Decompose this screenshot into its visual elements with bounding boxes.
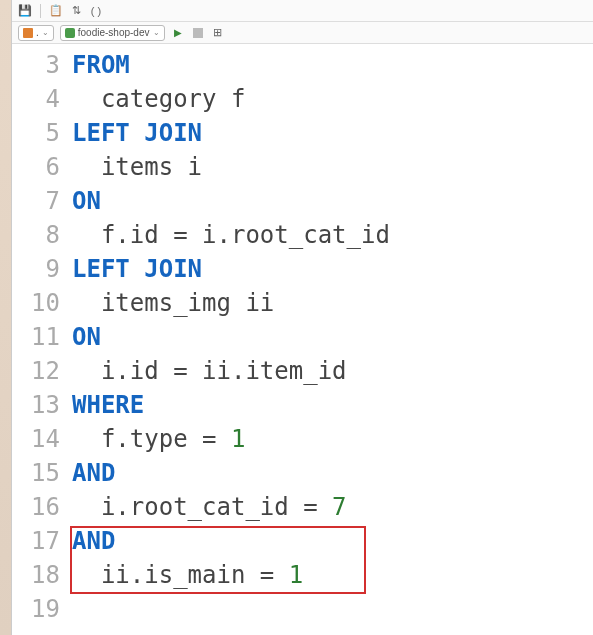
schema-dropdown[interactable]: . ⌄ (18, 25, 54, 41)
line-number: 19 (12, 592, 60, 626)
copy-icon[interactable]: 📋 (49, 4, 63, 18)
toolbar-separator (40, 4, 41, 18)
line-number: 18 (12, 558, 60, 592)
code-line[interactable]: items i (70, 150, 593, 184)
sql-keyword: LEFT JOIN (72, 255, 202, 283)
database-label: foodie-shop-dev (78, 27, 150, 38)
sql-number: 1 (231, 425, 245, 453)
sql-keyword: AND (72, 527, 115, 555)
schema-icon (23, 28, 33, 38)
code-line[interactable]: FROM (70, 48, 593, 82)
code-line[interactable]: i.id = ii.item_id (70, 354, 593, 388)
code-area[interactable]: FROM category fLEFT JOIN items iON f.id … (70, 48, 593, 635)
sql-keyword: ON (72, 323, 101, 351)
line-number: 13 (12, 388, 60, 422)
code-line[interactable]: AND (70, 456, 593, 490)
chevron-down-icon: ⌄ (42, 28, 49, 37)
code-line[interactable]: ON (70, 184, 593, 218)
structure-icon[interactable]: ⇅ (69, 4, 83, 18)
line-number-gutter: 345678910111213141516171819 (12, 48, 70, 635)
line-number: 4 (12, 82, 60, 116)
sql-keyword: FROM (72, 51, 130, 79)
app-container: 💾 📋 ⇅ ( ) . ⌄ foodie-shop-dev ⌄ ▶ ⊞ 3456… (0, 0, 593, 635)
main-panel: 💾 📋 ⇅ ( ) . ⌄ foodie-shop-dev ⌄ ▶ ⊞ 3456… (12, 0, 593, 635)
code-line[interactable]: ON (70, 320, 593, 354)
code-line[interactable]: LEFT JOIN (70, 252, 593, 286)
sql-text: category f (72, 85, 245, 113)
line-number: 16 (12, 490, 60, 524)
database-dropdown[interactable]: foodie-shop-dev ⌄ (60, 25, 165, 41)
code-line[interactable]: items_img ii (70, 286, 593, 320)
line-number: 14 (12, 422, 60, 456)
code-line[interactable]: WHERE (70, 388, 593, 422)
sql-text: i.id = ii.item_id (72, 357, 347, 385)
save-icon[interactable]: 💾 (18, 4, 32, 18)
sql-number: 1 (289, 561, 303, 589)
paren-icon[interactable]: ( ) (89, 4, 103, 18)
code-line[interactable]: category f (70, 82, 593, 116)
code-line[interactable]: LEFT JOIN (70, 116, 593, 150)
sql-number: 7 (332, 493, 346, 521)
line-number: 9 (12, 252, 60, 286)
schema-label: . (36, 27, 39, 38)
line-number: 17 (12, 524, 60, 558)
stop-icon (193, 28, 203, 38)
toolbar-primary: 💾 📋 ⇅ ( ) (12, 0, 593, 22)
sql-text: items_img ii (72, 289, 274, 317)
line-number: 11 (12, 320, 60, 354)
code-line[interactable]: f.id = i.root_cat_id (70, 218, 593, 252)
sql-keyword: ON (72, 187, 101, 215)
sql-keyword: AND (72, 459, 115, 487)
left-margin-strip (0, 0, 12, 635)
code-line[interactable]: ii.is_main = 1 (70, 558, 593, 592)
line-number: 15 (12, 456, 60, 490)
line-number: 7 (12, 184, 60, 218)
stop-button[interactable] (191, 26, 205, 40)
sql-keyword: WHERE (72, 391, 144, 419)
database-icon (65, 28, 75, 38)
run-button[interactable]: ▶ (171, 26, 185, 40)
code-line[interactable]: i.root_cat_id = 7 (70, 490, 593, 524)
line-number: 6 (12, 150, 60, 184)
explain-plan-icon[interactable]: ⊞ (211, 26, 225, 40)
line-number: 12 (12, 354, 60, 388)
line-number: 5 (12, 116, 60, 150)
line-number: 3 (12, 48, 60, 82)
sql-text: i.root_cat_id = (72, 493, 332, 521)
sql-text: items i (72, 153, 202, 181)
sql-text: ii.is_main = (72, 561, 289, 589)
line-number: 8 (12, 218, 60, 252)
code-line[interactable] (70, 592, 593, 626)
sql-text: f.id = i.root_cat_id (72, 221, 390, 249)
toolbar-secondary: . ⌄ foodie-shop-dev ⌄ ▶ ⊞ (12, 22, 593, 44)
line-number: 10 (12, 286, 60, 320)
code-line[interactable]: f.type = 1 (70, 422, 593, 456)
sql-text: f.type = (72, 425, 231, 453)
sql-editor[interactable]: 345678910111213141516171819 FROM categor… (12, 44, 593, 635)
chevron-down-icon: ⌄ (153, 28, 160, 37)
sql-keyword: LEFT JOIN (72, 119, 202, 147)
code-line[interactable]: AND (70, 524, 593, 558)
